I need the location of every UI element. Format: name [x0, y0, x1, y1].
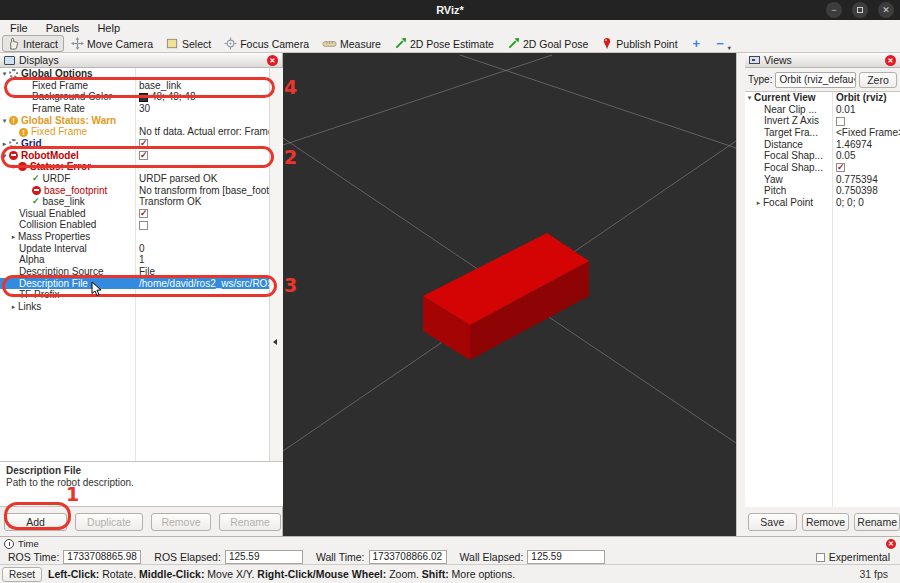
- menu-file[interactable]: File: [10, 22, 28, 34]
- tree-row-grid[interactable]: Grid: [0, 138, 269, 150]
- view-row-current[interactable]: Current View Orbit (rviz): [745, 92, 900, 104]
- rename-view-button[interactable]: Rename: [854, 513, 900, 531]
- caret-down-icon[interactable]: [9, 161, 18, 172]
- help-title: Description File: [6, 465, 277, 476]
- caret-down-icon[interactable]: [0, 150, 9, 161]
- caret-down-icon[interactable]: [0, 115, 9, 126]
- green-arrow-icon: [507, 37, 520, 50]
- displays-scrollbar[interactable]: [270, 68, 283, 461]
- view-type-row: Type: Orbit (rviz_defau ▾ Zero: [745, 70, 900, 89]
- focus-camera-tool-button[interactable]: Focus Camera: [219, 35, 315, 52]
- view-row-distance[interactable]: Distance 1.46974: [745, 139, 900, 151]
- caret-right-icon[interactable]: [754, 197, 763, 208]
- views-buttons: Save Remove Rename: [745, 507, 900, 536]
- wall-elapsed-field[interactable]: 125.59: [527, 550, 605, 564]
- add-tool-button[interactable]: +: [686, 35, 708, 52]
- tree-row-background-color[interactable]: Background Color 48; 48; 48: [0, 91, 269, 103]
- add-display-button[interactable]: Add: [4, 513, 67, 531]
- experimental-checkbox[interactable]: [816, 553, 825, 562]
- robotmodel-enabled-checkbox[interactable]: [139, 151, 148, 160]
- view-row-focal-shape-size[interactable]: Focal Shap... 0.05: [745, 150, 900, 162]
- render-viewport[interactable]: [283, 53, 736, 536]
- rename-display-button[interactable]: Rename: [219, 513, 281, 531]
- ros-time-label: ROS Time:: [8, 551, 59, 563]
- views-panel-title: Views: [764, 54, 885, 66]
- experimental-label: Experimental: [829, 551, 890, 563]
- tree-row-collision-enabled[interactable]: Collision Enabled: [0, 219, 269, 231]
- tree-row-links[interactable]: Links: [0, 301, 269, 313]
- caret-down-icon[interactable]: [0, 68, 9, 79]
- tree-row-visual-enabled[interactable]: Visual Enabled: [0, 208, 269, 220]
- view-row-target-frame[interactable]: Target Fra... <Fixed Frame>: [745, 127, 900, 139]
- wall-time-field[interactable]: 1733708866.02: [369, 550, 447, 564]
- tree-row-urdf[interactable]: ✓URDF URDF parsed OK: [0, 173, 269, 185]
- tree-row-base-link[interactable]: ✓base_link Transform OK: [0, 196, 269, 208]
- publish-point-tool-button[interactable]: Publish Point: [596, 35, 683, 52]
- view-row-invert-z[interactable]: Invert Z Axis: [745, 115, 900, 127]
- caret-right-icon[interactable]: [9, 231, 18, 242]
- visual-enabled-checkbox[interactable]: [139, 209, 148, 218]
- close-button[interactable]: ✕: [878, 2, 894, 18]
- minimize-button[interactable]: −: [826, 2, 842, 18]
- tree-row-alpha[interactable]: Alpha 1: [0, 254, 269, 266]
- zero-button[interactable]: Zero: [859, 72, 897, 88]
- caret-down-icon[interactable]: [745, 92, 754, 103]
- displays-panel-header[interactable]: Displays ✕: [0, 53, 282, 68]
- focal-shape-checkbox[interactable]: [836, 163, 845, 172]
- view-row-near-clip[interactable]: Near Clip ... 0.01: [745, 104, 900, 116]
- menu-panels[interactable]: Panels: [46, 22, 80, 34]
- color-swatch[interactable]: [139, 93, 148, 102]
- tree-row-robot-model[interactable]: RobotModel: [0, 149, 269, 161]
- ros-elapsed-field[interactable]: 125.59: [225, 550, 303, 564]
- maximize-button[interactable]: [852, 2, 868, 18]
- view-row-yaw[interactable]: Yaw 0.775394: [745, 173, 900, 185]
- remove-display-button[interactable]: Remove: [151, 513, 211, 531]
- caret-right-icon[interactable]: [0, 138, 9, 149]
- reset-button[interactable]: Reset: [2, 567, 42, 582]
- remove-view-button[interactable]: Remove: [802, 513, 850, 531]
- time-close-icon[interactable]: ✕: [886, 539, 896, 549]
- tree-row-description-file[interactable]: Description File /home/david/ros2_ws/src…: [0, 278, 269, 290]
- views-panel-header[interactable]: Views ✕: [745, 53, 900, 68]
- caret-right-icon[interactable]: [9, 301, 18, 312]
- collision-enabled-checkbox[interactable]: [139, 221, 148, 230]
- menu-help[interactable]: Help: [97, 22, 120, 34]
- measure-tool-button[interactable]: Measure: [317, 35, 387, 52]
- green-arrow-icon: [394, 37, 407, 50]
- tree-row-status-error[interactable]: Status: Error: [0, 161, 269, 173]
- ros-time-field[interactable]: 1733708865.98: [63, 550, 141, 564]
- interact-tool-button[interactable]: Interact: [2, 35, 64, 52]
- view-type-dropdown[interactable]: Orbit (rviz_defau ▾: [775, 72, 856, 88]
- remove-tool-button[interactable]: −▾: [709, 35, 738, 52]
- time-panel-header[interactable]: Time ✕: [0, 537, 900, 549]
- view-row-pitch[interactable]: Pitch 0.750398: [745, 185, 900, 197]
- select-tool-button[interactable]: Select: [161, 35, 217, 52]
- invert-z-checkbox[interactable]: [836, 117, 845, 126]
- tree-row-mass-properties[interactable]: Mass Properties: [0, 231, 269, 243]
- tree-row-global-status[interactable]: !Global Status: Warn: [0, 115, 269, 127]
- tree-row-base-footprint[interactable]: base_footprint No transform from [base_f…: [0, 184, 269, 196]
- tree-row-tf-prefix[interactable]: TF Prefix: [0, 289, 269, 301]
- displays-icon: [4, 56, 15, 65]
- tree-row-update-interval[interactable]: Update Interval 0: [0, 243, 269, 255]
- tree-row-frame-rate[interactable]: Frame Rate 30: [0, 103, 269, 115]
- view-row-focal-point[interactable]: Focal Point 0; 0; 0: [745, 197, 900, 209]
- tree-row-description-source[interactable]: Description Source File: [0, 266, 269, 278]
- tree-row-fixed-frame-status[interactable]: !Fixed Frame No tf data. Actual error: F…: [0, 126, 269, 138]
- pose-estimate-tool-button[interactable]: 2D Pose Estimate: [389, 35, 500, 52]
- save-view-button[interactable]: Save: [748, 513, 797, 531]
- mouse-cursor: [91, 281, 103, 297]
- goal-pose-tool-button[interactable]: 2D Goal Pose: [502, 35, 594, 52]
- tree-row-fixed-frame[interactable]: Fixed Frame base_link: [0, 80, 269, 92]
- move-camera-tool-button[interactable]: Move Camera: [66, 35, 159, 52]
- fixed-frame-value[interactable]: base_link: [139, 80, 181, 91]
- tree-row-global-options[interactable]: Global Options: [0, 68, 269, 80]
- hand-icon: [7, 37, 20, 50]
- viewport-scrollbar[interactable]: [736, 53, 745, 536]
- view-row-focal-shape-fixed[interactable]: Focal Shap...: [745, 162, 900, 174]
- grid-enabled-checkbox[interactable]: [139, 139, 148, 148]
- duplicate-display-button[interactable]: Duplicate: [75, 513, 143, 531]
- displays-close-icon[interactable]: ✕: [267, 55, 278, 66]
- views-close-icon[interactable]: ✕: [885, 55, 896, 66]
- scroll-left-icon[interactable]: [273, 339, 277, 345]
